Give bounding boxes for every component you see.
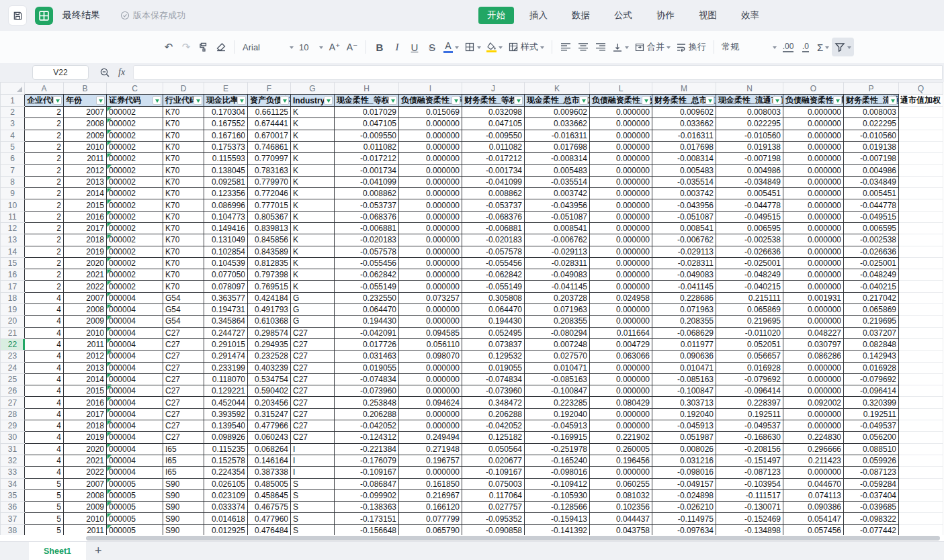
cell-E22[interactable]: 0.291015 — [204, 338, 248, 350]
cell-E10[interactable]: 0.086996 — [204, 199, 248, 211]
font-family-select[interactable]: Arial — [240, 38, 296, 56]
cell-N34[interactable]: -0.103954 — [716, 478, 783, 489]
row-header-25[interactable]: 25 — [1, 373, 25, 385]
filter-dropdown-A[interactable] — [53, 96, 62, 105]
cell-K25[interactable]: -0.085163 — [525, 373, 590, 385]
cell-N23[interactable]: 0.056657 — [716, 351, 783, 362]
cell-B23[interactable]: 2012 — [64, 351, 107, 362]
cell-Q21[interactable] — [899, 327, 943, 338]
cell-L2[interactable]: 0.000000 — [590, 107, 652, 118]
cell-D21[interactable]: C27 — [163, 327, 204, 338]
cell-A19[interactable]: 4 — [25, 304, 64, 316]
borders-button[interactable] — [462, 38, 484, 56]
cell-O17[interactable]: 0.000000 — [783, 281, 844, 292]
cell-D30[interactable]: C27 — [163, 432, 204, 443]
cell-P23[interactable]: 0.142943 — [844, 351, 899, 362]
cell-O12[interactable]: 0.000000 — [783, 222, 844, 234]
font-color-button[interactable]: A — [441, 38, 462, 56]
column-header-O[interactable]: O — [783, 83, 844, 95]
filter-dropdown-I[interactable] — [452, 96, 460, 105]
cell-D22[interactable]: C27 — [163, 338, 204, 350]
cell-N3[interactable]: 0.022295 — [716, 118, 783, 130]
cell-B22[interactable]: 2011 — [64, 338, 107, 350]
cell-B35[interactable]: 2008 — [64, 489, 107, 501]
column-header-D[interactable]: D — [163, 83, 204, 95]
cell-B36[interactable]: 2009 — [64, 502, 107, 513]
cell-B33[interactable]: 2022 — [64, 467, 107, 478]
cell-E9[interactable]: 0.123356 — [204, 188, 248, 199]
cell-P30[interactable]: 0.056200 — [844, 432, 899, 443]
cell-E24[interactable]: 0.233199 — [204, 362, 248, 373]
cell-A27[interactable]: 4 — [25, 397, 64, 408]
cell-F26[interactable]: 0.590402 — [248, 385, 291, 397]
cell-P19[interactable]: 0.065869 — [844, 304, 899, 316]
cell-N6[interactable]: -0.007198 — [716, 153, 783, 165]
cell-J15[interactable]: -0.055456 — [462, 257, 525, 269]
cell-L18[interactable]: 0.024958 — [590, 292, 652, 304]
header-cell-P1[interactable]: 财务柔性_流通市值加权 — [844, 95, 899, 107]
cell-K2[interactable]: 0.009602 — [525, 107, 590, 118]
cell-E6[interactable]: 0.115593 — [204, 153, 248, 165]
cell-O29[interactable]: 0.000000 — [783, 420, 844, 432]
cell-L33[interactable]: 0.000000 — [590, 467, 652, 478]
cell-H10[interactable]: -0.053737 — [335, 199, 399, 211]
fx-icon[interactable]: fx — [118, 67, 125, 78]
row-header-36[interactable]: 36 — [1, 502, 25, 513]
cell-E11[interactable]: 0.104773 — [204, 211, 248, 222]
cell-O32[interactable]: 0.211423 — [783, 455, 844, 466]
cell-F13[interactable]: 0.845856 — [248, 234, 291, 246]
cell-Q10[interactable] — [899, 199, 943, 211]
cell-K31[interactable]: -0.251978 — [525, 443, 590, 455]
cell-reference-box[interactable]: V22 — [32, 65, 89, 80]
cell-M5[interactable]: 0.017698 — [652, 141, 716, 152]
cell-F15[interactable]: 0.812835 — [248, 257, 291, 269]
header-cell-H1[interactable]: 现金柔性_等权 — [335, 95, 399, 107]
row-header-23[interactable]: 23 — [1, 351, 25, 362]
cell-B4[interactable]: 2009 — [64, 130, 107, 141]
row-header-13[interactable]: 13 — [1, 234, 25, 246]
cell-Q7[interactable] — [899, 165, 943, 176]
cell-L3[interactable]: 0.000000 — [590, 118, 652, 130]
cell-C29[interactable]: 000004 — [107, 420, 163, 432]
cell-E13[interactable]: 0.131049 — [204, 234, 248, 246]
cell-G25[interactable]: C27 — [291, 373, 335, 385]
row-header-14[interactable]: 14 — [1, 246, 25, 257]
cell-O14[interactable]: 0.000000 — [783, 246, 844, 257]
cell-N9[interactable]: 0.005451 — [716, 188, 783, 199]
cell-H37[interactable]: -0.173151 — [335, 513, 399, 524]
cell-A10[interactable]: 2 — [25, 199, 64, 211]
cell-C25[interactable]: 000004 — [107, 373, 163, 385]
cell-G28[interactable]: C27 — [291, 408, 335, 420]
cell-P28[interactable]: 0.192511 — [844, 408, 899, 420]
cell-I31[interactable]: 0.271948 — [399, 443, 462, 455]
cell-F12[interactable]: 0.839813 — [248, 222, 291, 234]
cell-C3[interactable]: 000002 — [107, 118, 163, 130]
cell-Q6[interactable] — [899, 153, 943, 165]
cell-O21[interactable]: 0.048227 — [783, 327, 844, 338]
cell-J25[interactable]: -0.074834 — [462, 373, 525, 385]
cell-I21[interactable]: 0.094585 — [399, 327, 462, 338]
cell-L12[interactable]: 0.000000 — [590, 222, 652, 234]
cell-A6[interactable]: 2 — [25, 153, 64, 165]
cell-D15[interactable]: K70 — [163, 257, 204, 269]
cell-Q27[interactable] — [899, 397, 943, 408]
row-header-27[interactable]: 27 — [1, 397, 25, 408]
cell-G33[interactable]: I — [291, 467, 335, 478]
cell-A38[interactable]: 5 — [25, 524, 64, 535]
header-cell-F1[interactable]: 资产负债率 — [248, 95, 291, 107]
cell-A2[interactable]: 2 — [25, 107, 64, 118]
cell-L9[interactable]: 0.000000 — [590, 188, 652, 199]
cell-Q31[interactable] — [899, 443, 943, 455]
cell-I29[interactable]: 0.000000 — [399, 420, 462, 432]
cell-Q13[interactable] — [899, 234, 943, 246]
undo-button[interactable]: ↶ — [160, 38, 177, 56]
cell-I36[interactable]: 0.166120 — [399, 502, 462, 513]
cell-K26[interactable]: -0.100847 — [525, 385, 590, 397]
filter-dropdown-O[interactable] — [833, 96, 842, 105]
cell-D5[interactable]: K70 — [163, 141, 204, 152]
filter-dropdown-N[interactable] — [773, 96, 781, 105]
cell-J26[interactable]: -0.073960 — [462, 385, 525, 397]
cell-M26[interactable]: -0.100847 — [652, 385, 716, 397]
cell-L5[interactable]: 0.000000 — [590, 141, 652, 152]
cell-Q14[interactable] — [899, 246, 943, 257]
